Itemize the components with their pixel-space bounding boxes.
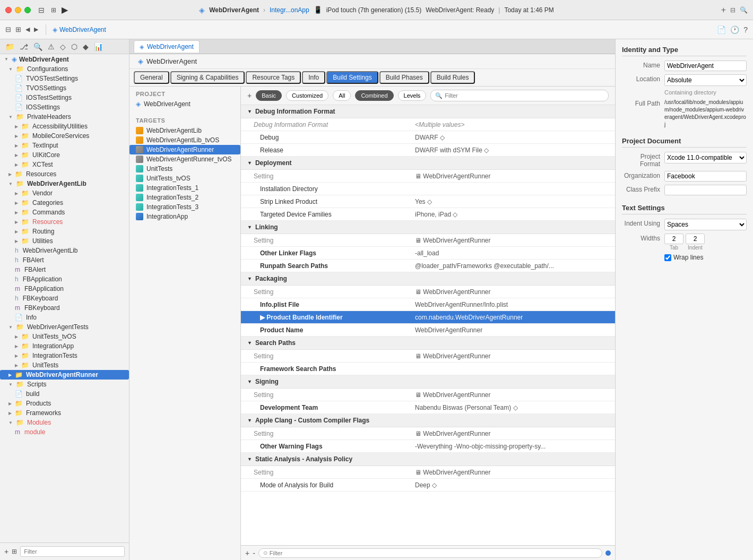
help-icon[interactable]: ? — [742, 24, 749, 35]
file-tab-wda[interactable]: ◈ WebDriverAgent — [134, 40, 200, 53]
filter-customized-btn[interactable]: Customized — [286, 90, 328, 101]
remove-setting-btn[interactable]: - — [253, 549, 255, 557]
sidebar-filter-input[interactable] — [20, 546, 125, 557]
sidebar-item-vendor[interactable]: ▶ 📁 Vendor — [0, 188, 129, 198]
settings-row-selected[interactable]: ▶ Product Bundle Identifier com.nabendu.… — [241, 311, 615, 324]
target-integration-2[interactable]: IntegrationTests_2 — [129, 193, 240, 202]
sidebar-item-xctest[interactable]: ▶ 📁 XCTest — [0, 160, 129, 169]
inspector-icon[interactable]: 🔍 — [740, 6, 748, 14]
sidebar-item-wdaLib[interactable]: ▼ 📁 WebDriverAgentLib — [0, 179, 129, 188]
sidebar-item-wda-runner[interactable]: ▶ 📁 WebDriverAgentRunner — [0, 370, 129, 380]
nav-left-icon[interactable]: ⊟ — [4, 24, 12, 35]
breadcrumb-text[interactable]: WebDriverAgent — [59, 26, 106, 33]
sidebar-item-fbkeyboard-m[interactable]: m FBKeyboard — [0, 303, 129, 313]
bottom-filter-input[interactable] — [270, 550, 598, 556]
target-unit-tests-tvos[interactable]: UnitTests_tvOS — [129, 174, 240, 183]
tab-build-phases[interactable]: Build Phases — [379, 71, 429, 84]
nav-breakpoint-icon[interactable]: ◆ — [82, 41, 90, 52]
sidebar-item-wda-tests[interactable]: ▼ 📁 WebDriverAgentTests — [0, 322, 129, 332]
sidebar-item-mobile-core[interactable]: ▶ 📁 MobileCoreServices — [0, 131, 129, 141]
layout-icon[interactable]: ⊟ — [730, 6, 735, 14]
sidebar-item-routing[interactable]: ▶ 📁 Routing — [0, 227, 129, 236]
sidebar-item-fbapp-h[interactable]: h FBApplication — [0, 274, 129, 284]
target-unit-tests[interactable]: UnitTests — [129, 164, 240, 174]
tab-build-rules[interactable]: Build Rules — [430, 71, 475, 84]
add-setting-btn[interactable]: + — [245, 549, 249, 557]
filter-controls-icon[interactable]: ⊞ — [12, 548, 17, 555]
window-controls[interactable] — [5, 7, 31, 13]
sidebar-item-tvos-settings[interactable]: 📄 TVOSSettings — [0, 83, 129, 93]
nav-git-icon[interactable]: ⎇ — [19, 41, 29, 52]
org-input[interactable] — [664, 171, 747, 182]
sidebar-item-uikit[interactable]: ▶ 📁 UIKitCore — [0, 150, 129, 160]
section-search-paths[interactable]: ▼ Search Paths — [241, 337, 615, 350]
project-format-select[interactable]: Xcode 11.0-compatible — [664, 152, 747, 163]
nav-report-icon[interactable]: 📊 — [93, 41, 104, 52]
tab-build-settings[interactable]: Build Settings — [326, 71, 378, 84]
tab-resource-tags[interactable]: Resource Tags — [246, 71, 301, 84]
sidebar-item-resources-red[interactable]: ▶ 📁 Resources — [0, 217, 129, 227]
nav-debug-icon[interactable]: ⬡ — [70, 41, 79, 52]
section-static-analysis[interactable]: ▼ Static Analysis - Analysis Policy — [241, 453, 615, 466]
maximize-button[interactable] — [24, 7, 31, 13]
sidebar-item-tvos-test[interactable]: 📄 TVOSTestSettings — [0, 74, 129, 83]
target-wda-lib[interactable]: WebDriverAgentLib — [129, 126, 240, 135]
class-prefix-input[interactable] — [664, 185, 747, 195]
sidebar-item-integration-tests[interactable]: ▶ 📁 IntegrationTests — [0, 351, 129, 360]
section-packaging[interactable]: ▼ Packaging — [241, 272, 615, 286]
sidebar-item-frameworks[interactable]: ▶ 📁 Frameworks — [0, 408, 129, 418]
add-setting-icon[interactable]: + — [247, 91, 252, 100]
sidebar-item-commands[interactable]: ▶ 📁 Commands — [0, 208, 129, 217]
nav-grid-icon[interactable]: ⊞ — [14, 24, 22, 35]
tab-general[interactable]: General — [134, 71, 169, 84]
section-linking[interactable]: ▼ Linking — [241, 221, 615, 234]
file-inspector-icon[interactable]: 📄 — [716, 24, 727, 35]
sidebar-item-textinput[interactable]: ▶ 📁 TextInput — [0, 141, 129, 150]
tab-info[interactable]: Info — [302, 71, 325, 84]
sidebar-item-integration-app[interactable]: ▶ 📁 IntegrationApp — [0, 341, 129, 351]
location-select[interactable]: Absolute — [664, 74, 747, 86]
filter-all-btn[interactable]: All — [333, 90, 351, 101]
device-tab[interactable]: Integr...onApp — [270, 6, 309, 14]
target-wda-lib-tvos[interactable]: WebDriverAgentLib_tvOS — [129, 135, 240, 145]
nav-icons-toggle[interactable]: ⊞ — [50, 5, 57, 15]
sidebar-item-fbapp-m[interactable]: m FBApplication — [0, 284, 129, 294]
sidebar-item-utilities[interactable]: ▶ 📁 Utilities — [0, 236, 129, 246]
add-filter-icon[interactable]: + — [4, 547, 8, 556]
section-apple-clang[interactable]: ▼ Apple Clang - Custom Compiler Flags — [241, 414, 615, 427]
target-project-wda[interactable]: ◈ WebDriverAgent — [129, 99, 240, 109]
sidebar-item-fbalert-m[interactable]: m FBAlert — [0, 265, 129, 274]
sidebar-item-fbkeyboard-h[interactable]: h FBKeyboard — [0, 294, 129, 303]
sidebar-item-categories[interactable]: ▶ 📁 Categories — [0, 198, 129, 208]
tab-input[interactable] — [664, 234, 683, 244]
sidebar-item-scripts[interactable]: ▼ 📁 Scripts — [0, 380, 129, 389]
sidebar-item-ios-test[interactable]: 📄 IOSTestSettings — [0, 93, 129, 102]
nav-folder-icon[interactable]: 📁 — [4, 41, 15, 52]
sidebar-toggle[interactable]: ⊟ — [37, 5, 46, 15]
sidebar-item-modules[interactable]: ▼ 📁 Modules — [0, 418, 129, 427]
sidebar-item-root[interactable]: ▼ ◈ WebDriverAgent — [0, 54, 129, 64]
section-debug-info[interactable]: ▼ Debug Information Format — [241, 105, 615, 118]
sidebar-item-configurations[interactable]: ▼ 📁 Configurations — [0, 64, 129, 74]
sidebar-item-fbalert-h[interactable]: h FBAlert — [0, 255, 129, 265]
sidebar-item-module[interactable]: m module — [0, 427, 129, 437]
sidebar-item-resources[interactable]: ▶ 📁 Resources — [0, 169, 129, 179]
target-wda-runner[interactable]: WebDriverAgentRunner — [129, 145, 240, 154]
add-target-icon[interactable]: + — [721, 5, 726, 15]
name-input[interactable] — [664, 61, 747, 71]
close-button[interactable] — [5, 7, 12, 13]
sidebar-item-private-headers[interactable]: ▼ 📁 PrivateHeaders — [0, 112, 129, 122]
nav-search-icon[interactable]: 🔍 — [32, 41, 44, 52]
indent-using-select[interactable]: Spaces — [664, 219, 747, 230]
target-integration-app[interactable]: IntegrationApp — [129, 212, 240, 221]
target-wda-runner-tvos[interactable]: WebDriverAgentRunner_tvOS — [129, 154, 240, 164]
sidebar-item-unit-tests-tvos[interactable]: ▶ 📁 UnitTests_tvOS — [0, 332, 129, 341]
nav-up-icon[interactable]: ◀ — [24, 25, 31, 34]
indent-input[interactable] — [686, 234, 705, 244]
wrap-lines-checkbox[interactable] — [664, 254, 671, 261]
sidebar-item-unittests[interactable]: ▶ 📁 UnitTests — [0, 360, 129, 370]
section-deployment[interactable]: ▼ Deployment — [241, 157, 615, 170]
nav-test-icon[interactable]: ◇ — [59, 41, 67, 52]
nav-down-icon[interactable]: ▶ — [33, 25, 39, 34]
filter-levels-btn[interactable]: Levels — [398, 90, 427, 101]
